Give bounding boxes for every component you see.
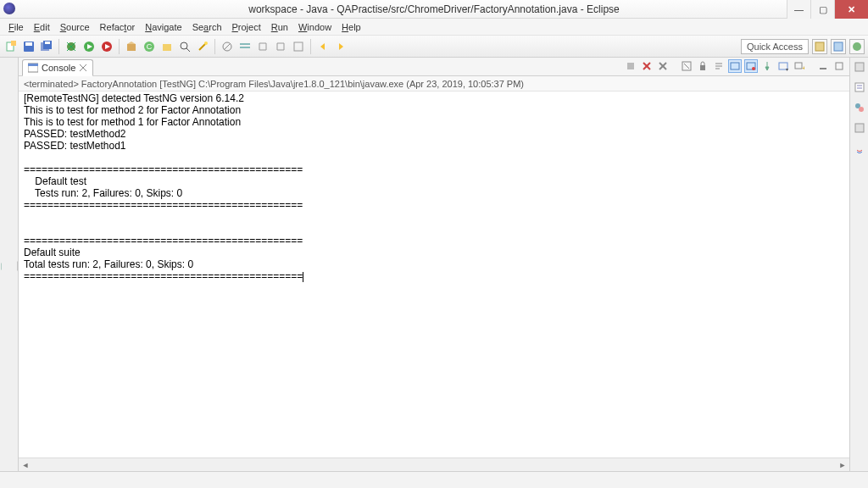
word-wrap-button[interactable] [712,59,726,73]
launch-info-text: <terminated> FactoryAnnotation [TestNG] … [24,79,524,89]
open-perspective-button[interactable] [812,39,827,54]
svg-rect-48 [731,63,739,69]
console-output[interactable]: [RemoteTestNG] detected TestNG version 6… [19,92,849,458]
java-perspective-button[interactable] [831,39,846,54]
minimized-view-icon[interactable] [854,122,865,134]
back-button[interactable] [315,39,331,54]
show-console-on-error-button[interactable] [744,59,758,73]
svg-rect-25 [240,43,250,45]
new-button[interactable] [3,39,19,54]
maximize-view-button[interactable] [832,59,846,73]
menubar: File Edit Source Refactor Navigate Searc… [0,19,868,36]
svg-rect-14 [127,44,136,51]
svg-marker-28 [320,43,325,50]
svg-rect-57 [855,63,864,71]
terminate-button[interactable] [624,59,637,73]
run-button[interactable] [81,39,97,54]
window-titlebar: workspace - Java - QAPractise/src/Chrome… [0,0,868,19]
workarea: Console + <terminated> Fact [0,58,868,471]
debug-button[interactable] [64,39,79,54]
menu-help[interactable]: Help [337,22,366,32]
svg-rect-47 [700,65,705,70]
display-selected-console-button[interactable] [776,59,790,73]
statusbar [0,471,868,488]
svg-point-62 [859,107,864,112]
toggle-mark-button[interactable] [291,39,306,54]
remove-all-button[interactable] [656,59,670,73]
svg-rect-55 [820,68,826,69]
menu-refactor[interactable]: Refactor [95,22,141,32]
svg-rect-63 [855,124,864,132]
svg-rect-51 [779,63,787,69]
horizontal-scrollbar[interactable]: ◄ ► [19,458,849,471]
search-button[interactable] [177,39,192,54]
svg-rect-1 [11,41,16,46]
left-trim [0,58,19,471]
console-toolbar: + [624,59,846,73]
minimized-view-icon[interactable] [0,260,2,272]
scroll-right-icon[interactable]: ► [836,458,849,472]
remove-launch-button[interactable] [640,59,654,73]
svg-text:C: C [147,42,153,51]
main-toolbar: C Quick Access [0,36,868,58]
menu-window[interactable]: Window [293,22,337,32]
eclipse-app-icon [3,3,15,14]
svg-marker-29 [339,43,343,50]
new-package-button[interactable] [124,39,139,54]
svg-rect-6 [45,42,50,44]
show-console-on-output-button[interactable] [728,59,742,73]
menu-source[interactable]: Source [55,22,95,32]
close-button[interactable]: ✕ [834,0,868,19]
debug-perspective-button[interactable] [849,39,865,54]
menu-edit[interactable]: Edit [29,22,55,32]
outline-icon[interactable] [854,102,865,114]
scroll-left-icon[interactable]: ◄ [19,458,32,472]
svg-rect-37 [28,64,38,66]
wand-button[interactable] [195,39,210,54]
minimize-view-button[interactable] [816,59,830,73]
save-all-button[interactable] [39,39,54,54]
menu-navigate[interactable]: Navigate [140,22,186,32]
java-icon[interactable] [854,142,865,154]
svg-rect-30 [815,42,824,51]
pin-console-button[interactable] [760,59,774,73]
minimized-view-icon[interactable] [8,260,10,272]
menu-project[interactable]: Project [227,22,266,32]
center-pane: Console + <terminated> Fact [19,58,849,471]
svg-rect-3 [25,42,32,46]
quick-access-label: Quick Access [747,42,803,52]
menu-search[interactable]: Search [187,22,227,32]
new-class-button[interactable]: C [142,39,157,54]
svg-rect-31 [834,42,843,51]
forward-button[interactable] [333,39,348,54]
prev-annotation-button[interactable] [273,39,288,54]
next-annotation-button[interactable] [255,39,270,54]
quick-access[interactable]: Quick Access [741,39,809,54]
scroll-lock-button[interactable] [696,59,709,73]
svg-rect-27 [294,42,303,51]
clear-console-button[interactable] [680,59,693,73]
menu-file[interactable]: File [3,22,29,32]
svg-line-46 [684,64,689,69]
open-type-button[interactable] [159,39,175,54]
close-tab-icon[interactable] [79,64,87,72]
menu-run[interactable]: Run [266,22,293,32]
launch-info: <terminated> FactoryAnnotation [TestNG] … [19,76,849,92]
window-title: workspace - Java - QAPractise/src/Chrome… [248,3,619,15]
skip-breakpoints-button[interactable] [220,39,235,54]
svg-rect-53 [795,63,802,69]
text-caret [303,272,303,282]
console-tab[interactable]: Console [22,59,93,76]
coverage-button[interactable] [99,39,114,54]
svg-rect-26 [240,47,250,48]
open-console-button[interactable]: + [793,59,806,73]
save-button[interactable] [21,39,36,54]
maximize-button[interactable]: ▢ [810,0,834,19]
minimized-view-icon[interactable] [16,260,18,272]
task-list-icon[interactable] [854,81,865,93]
minimize-button[interactable]: — [787,0,810,19]
svg-rect-56 [836,63,843,69]
minimized-view-icon[interactable] [854,61,865,73]
toggle-breadcrumb-button[interactable] [237,39,253,54]
svg-rect-58 [855,83,864,92]
